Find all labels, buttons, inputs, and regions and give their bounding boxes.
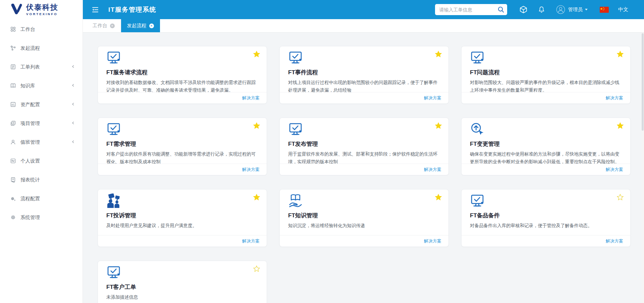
sidebar-item-report-statistics[interactable]: 报表统计 [0,170,83,189]
card-title: FT需求管理 [106,140,258,148]
solution-link[interactable]: 解决方案 [424,95,441,101]
solution-link[interactable]: 解决方案 [606,167,623,173]
sidebar-item-ticket-list[interactable]: 工单列表 [0,57,83,76]
solution-link[interactable]: 解决方案 [424,238,441,244]
favorite-star-icon[interactable] [253,51,260,57]
solution-link[interactable]: 解决方案 [606,95,623,101]
top-header: IT服务管理系统 [83,0,644,19]
solution-link[interactable]: 解决方案 [242,167,260,173]
chevron-left-icon[interactable] [71,83,75,88]
favorite-star-icon[interactable] [617,194,624,201]
favorite-star-icon[interactable] [617,122,624,129]
sidebar-item-label: 报表统计 [20,177,40,183]
tab-initiate-process[interactable]: 发起流程 ✕ [121,19,160,32]
process-card[interactable]: FT变更管理 确保在变更实施过程中使用标准的方法和步骤，尽快地实施变更，以将由变… [461,118,631,175]
monitor-wave-icon [10,158,16,164]
vortex-v-logo-icon [11,4,23,16]
brand-logo: 伏泰科技 VORTEXINFO [0,0,83,19]
scrollbar-thumb[interactable] [642,33,644,131]
sidebar-item-initiate-process[interactable]: 发起流程 [0,39,83,57]
chevron-left-icon[interactable] [71,139,75,145]
process-card[interactable]: FT知识管理 知识沉淀，将运维经验转化为知识传递 解决方案 [279,189,449,247]
process-card[interactable]: FT问题流程 对影响范围较大、问题较严重的事件的升级记录，根本目的是消除或减少线… [461,46,631,104]
bell-icon[interactable] [538,6,545,13]
card-title: FT知识管理 [288,212,440,220]
card-title: FT投诉管理 [106,212,258,220]
process-card[interactable]: FT备品备件 对备品备件出入库的审核和记录，便于管控及了解备件动态。 解决方案 [461,189,631,247]
card-description: 对备品备件出入库的审核和记录，便于管控及了解备件动态。 [470,222,622,229]
sidebar-item-label: 知识库 [20,83,35,89]
person-icon [10,139,16,145]
favorite-star-icon[interactable] [435,51,442,57]
card-title: FT客户工单 [106,283,258,291]
favorite-star-icon[interactable] [435,194,442,201]
language-switcher[interactable]: 中文 [618,6,628,13]
chevron-left-icon[interactable] [71,64,75,70]
sidebar-item-label: 资产配置 [20,101,40,108]
brand-subtitle: VORTEXINFO [26,12,58,16]
favorite-star-icon[interactable] [253,122,260,129]
tab-label: 发起流程 [127,23,147,29]
monitor-check-icon [288,50,440,66]
card-title: FT问题流程 [470,69,622,77]
favorite-star-icon[interactable] [617,51,624,57]
solution-link[interactable]: 解决方案 [424,167,441,173]
sidebar-item-duty-management[interactable]: 值班管理 [0,133,83,152]
process-card-grid: FT服务请求流程 对接收到的基础数据修改、文档回填等不涉及软件功能调整的需求进行… [98,46,644,303]
sidebar-item-process-config[interactable]: 流程配置 [0,189,83,208]
process-card[interactable]: FT客户工单 未添加描述信息 解决方案 [98,261,267,303]
sidebar-item-system-management[interactable]: 系统管理 [0,208,83,227]
change-cycle-icon [470,122,622,137]
search-input[interactable] [435,4,492,15]
sidebar-item-label: 值班管理 [20,139,40,145]
tab-workbench[interactable]: 工作台 ✕ [87,19,121,32]
sidebar-item-label: 工作台 [20,26,35,33]
process-card[interactable]: FT发布管理 用于监督软件发布的发展、测试、部署和支持阶段；保护软件稳定的生活环… [279,118,449,175]
sidebar-item-label: 个人设置 [20,158,40,164]
monitor-check-icon [106,122,258,137]
solution-link[interactable]: 解决方案 [242,95,260,101]
chevron-left-icon[interactable] [71,121,75,126]
gear-flow-icon [10,196,16,202]
process-card[interactable]: FT需求管理 对客户提出的软件原有功能调整、功能新增等需求进行记录，实现过程的可… [98,118,267,175]
sidebar-item-project-management[interactable]: 项目管理 [0,114,83,133]
chevron-left-icon[interactable] [71,102,75,107]
favorite-star-icon[interactable] [253,265,260,272]
tab-bar: 工作台 ✕ 发起流程 ✕ [83,19,644,33]
solution-link[interactable]: 解决方案 [606,238,623,244]
favorite-star-icon[interactable] [253,194,260,201]
sidebar-item-workbench[interactable]: 工作台 [0,20,83,39]
search-icon[interactable] [497,6,505,15]
process-card[interactable]: FT服务请求流程 对接收到的基础数据修改、文档回填等不涉及软件功能调整的需求进行… [98,46,267,104]
close-tab-icon[interactable]: ✕ [110,24,115,28]
card-title: FT备品备件 [470,212,622,220]
monitor-check-icon [106,50,258,66]
process-card[interactable]: FT事件流程 对线上项目运行过程中出现的影响范围较小的问题跟踪记录，便于了解事件… [279,46,449,104]
ticket-search [435,4,507,15]
solution-link[interactable]: 解决方案 [242,238,260,244]
knowledge-book-icon [288,193,440,209]
sidebar-item-personal-settings[interactable]: 个人设置 [0,152,83,170]
bar-chart-icon [10,101,16,107]
monitor-check-icon [470,193,622,209]
document-list-icon [10,64,16,70]
complaint-people-icon [106,193,258,209]
collapse-menu-icon[interactable] [91,6,99,14]
chevron-down-icon[interactable] [585,9,588,10]
cube-icon[interactable] [519,5,528,14]
process-card[interactable]: FT投诉管理 及时处理用户意见和建议，提升用户满意度。 解决方案 [98,189,267,247]
china-flag-icon[interactable] [600,7,609,13]
sidebar-item-knowledge-base[interactable]: 知识库 [0,76,83,95]
vertical-scrollbar[interactable] [641,33,644,303]
card-description: 未添加描述信息 [106,293,258,301]
report-doc-icon [10,177,16,183]
sidebar-item-asset-config[interactable]: 资产配置 [0,95,83,114]
close-tab-icon[interactable]: ✕ [149,24,154,28]
monitor-check-icon [106,265,258,280]
avatar-icon[interactable] [556,5,565,14]
grid-icon [10,26,16,32]
it-service-management-app: 伏泰科技 VORTEXINFO 工作台 [0,0,644,303]
user-name[interactable]: 管理员 [568,6,583,13]
favorite-star-icon[interactable] [435,122,442,129]
monitor-check-icon [470,50,622,66]
